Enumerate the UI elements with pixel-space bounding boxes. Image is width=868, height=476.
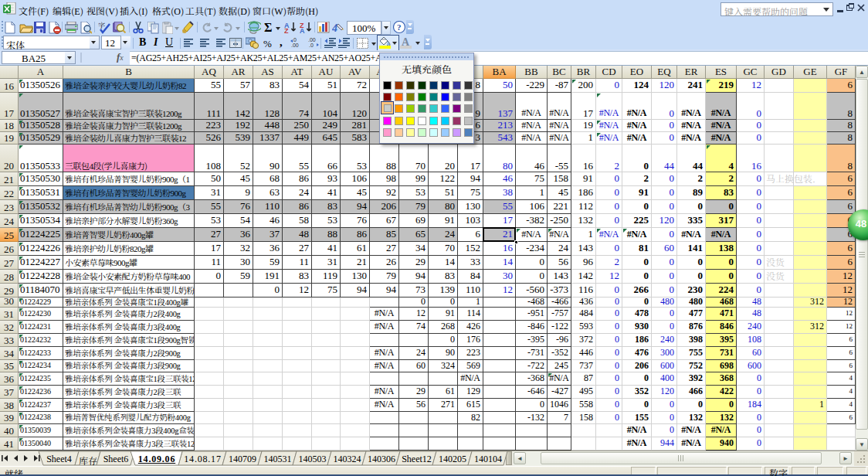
svg-text:4: 4 [332, 22, 337, 33]
svg-text:.00: .00 [308, 37, 316, 42]
svg-text:Z: Z [284, 27, 289, 33]
svg-text:.0: .0 [309, 42, 314, 48]
svg-text:字: 字 [98, 21, 105, 30]
svg-text:A: A [300, 27, 305, 33]
svg-text:.00: .00 [291, 42, 299, 48]
svg-text:?: ? [397, 22, 402, 32]
svg-text:Σ: Σ [264, 22, 272, 33]
